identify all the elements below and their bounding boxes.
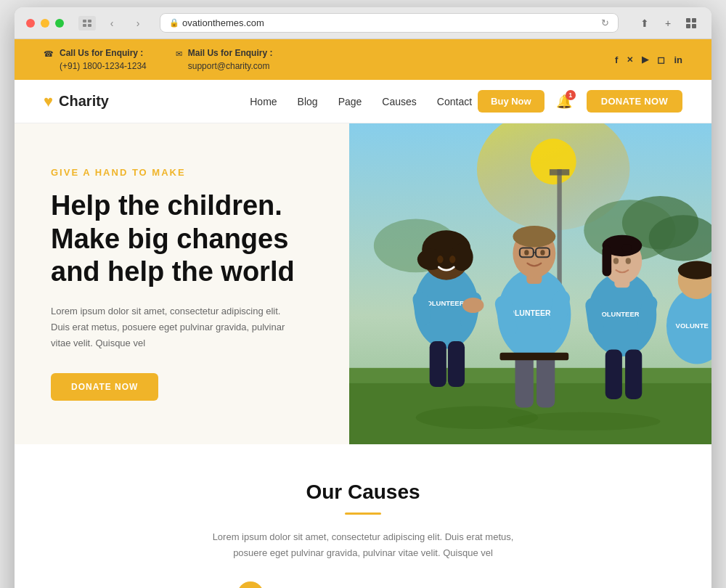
nav-links: Home Blog Page Causes Contact	[250, 95, 472, 108]
nav-item-blog[interactable]: Blog	[298, 95, 318, 108]
svg-text:VOLUNTEER: VOLUNTEER	[597, 310, 640, 318]
hero-content: GIVE A HAND TO MAKE Help the children. M…	[15, 123, 349, 444]
tab-food[interactable]: Food	[441, 584, 489, 588]
svg-rect-5	[692, 18, 696, 23]
grid-button[interactable]	[682, 15, 700, 32]
hero-description: Lorem ipsum dolor sit amet, consectetur …	[51, 303, 298, 351]
causes-tabs: All Medical Education Water Food	[44, 581, 682, 588]
causes-underline	[345, 513, 381, 515]
notification-badge: 1	[566, 90, 576, 100]
svg-rect-30	[448, 341, 465, 387]
address-bar-container: 🔒 ↻	[160, 13, 619, 33]
hero-donate-button[interactable]: DONATE NOW	[51, 373, 158, 401]
svg-point-65	[507, 412, 661, 430]
hero-section: GIVE A HAND TO MAKE Help the children. M…	[15, 123, 711, 444]
svg-rect-52	[622, 244, 632, 252]
svg-rect-51	[602, 245, 611, 276]
buy-now-button[interactable]: Buy Now	[478, 90, 544, 113]
svg-rect-59	[625, 350, 642, 399]
svg-rect-6	[686, 24, 690, 28]
instagram-icon[interactable]: ◻	[657, 54, 665, 65]
svg-point-24	[437, 256, 443, 264]
navbar: ♥ Charity Home Blog Page Causes Contact …	[15, 80, 711, 123]
browser-window: ‹ › 🔒 ↻ ⬆ + ☎ Call	[15, 7, 711, 588]
linkedin-icon[interactable]: in	[674, 54, 682, 65]
window-layout-button[interactable]	[78, 16, 96, 30]
tab-water[interactable]: Water	[390, 584, 441, 588]
maximize-button[interactable]	[55, 19, 64, 28]
svg-point-25	[449, 256, 455, 264]
svg-rect-58	[605, 350, 622, 399]
svg-rect-0	[83, 20, 86, 23]
notification-bell[interactable]: 🔔 1	[556, 94, 572, 110]
hero-title: Help the children. Make big changes and …	[51, 189, 313, 289]
nav-item-home[interactable]: Home	[250, 95, 277, 108]
nav-item-contact[interactable]: Contact	[437, 95, 472, 108]
nav-link-page[interactable]: Page	[338, 96, 362, 107]
mail-address: support@charity.com	[188, 61, 270, 71]
address-bar[interactable]	[182, 17, 601, 28]
forward-button[interactable]: ›	[128, 13, 148, 33]
back-button[interactable]: ‹	[102, 13, 122, 33]
causes-title: Our Causes	[44, 481, 682, 504]
mail-contact: ✉ Mail Us for Enquiry : support@charity.…	[176, 46, 273, 73]
nav-link-home[interactable]: Home	[250, 96, 277, 107]
svg-point-38	[524, 250, 529, 255]
twitter-icon[interactable]: ✕	[627, 55, 633, 65]
phone-contact: ☎ Call Us for Enquiry : (+91) 1800-1234-…	[44, 46, 147, 73]
nav-item-page[interactable]: Page	[338, 95, 362, 108]
browser-titlebar: ‹ › 🔒 ↻ ⬆ +	[15, 7, 711, 39]
browser-navigation: ‹ ›	[78, 13, 148, 33]
svg-point-53	[613, 258, 619, 264]
nav-link-contact[interactable]: Contact	[437, 96, 472, 107]
logo-heart-icon: ♥	[44, 92, 53, 111]
nav-link-blog[interactable]: Blog	[298, 96, 318, 107]
lock-icon: 🔒	[169, 18, 179, 28]
share-button[interactable]: ⬆	[636, 15, 653, 32]
svg-point-54	[625, 258, 630, 264]
mail-icon: ✉	[176, 48, 182, 60]
hero-image: VOLUNTEER	[349, 123, 711, 444]
close-button[interactable]	[26, 19, 35, 28]
phone-icon: ☎	[44, 48, 54, 60]
donate-now-button-nav[interactable]: DONATE NOW	[587, 90, 682, 113]
nav-link-causes[interactable]: Causes	[382, 96, 416, 107]
logo-text: Charity	[59, 93, 109, 110]
tab-all[interactable]: All	[237, 581, 264, 588]
causes-description: Lorem ipsum dolor sit amet, consectetur …	[211, 529, 515, 561]
browser-actions: ⬆ +	[636, 15, 700, 32]
svg-rect-44	[515, 354, 533, 408]
svg-text:VOLUNTE: VOLUNTE	[675, 322, 708, 330]
svg-point-43	[462, 298, 484, 313]
tab-education[interactable]: Education	[322, 584, 391, 588]
phone-number: (+91) 1800-1234-1234	[60, 61, 147, 71]
svg-point-39	[540, 250, 544, 255]
hero-tagline: GIVE A HAND TO MAKE	[51, 167, 313, 178]
logo: ♥ Charity	[44, 92, 109, 111]
new-tab-button[interactable]: +	[659, 15, 677, 32]
nav-item-causes[interactable]: Causes	[382, 95, 416, 108]
minimize-button[interactable]	[41, 19, 49, 28]
svg-rect-3	[88, 24, 91, 27]
svg-point-34	[513, 226, 555, 247]
svg-rect-7	[692, 24, 696, 28]
top-bar: ☎ Call Us for Enquiry : (+91) 1800-1234-…	[15, 39, 711, 80]
youtube-icon[interactable]: ▶	[642, 54, 648, 65]
svg-rect-18	[550, 169, 569, 175]
svg-rect-45	[537, 354, 555, 408]
mail-label: Mail Us for Enquiry :	[188, 48, 273, 58]
svg-point-10	[530, 139, 576, 184]
social-links: f ✕ ▶ ◻ in	[615, 54, 682, 65]
website-content: ☎ Call Us for Enquiry : (+91) 1800-1234-…	[15, 39, 711, 588]
svg-rect-29	[429, 341, 446, 387]
refresh-button[interactable]: ↻	[601, 17, 609, 28]
svg-rect-1	[88, 20, 91, 23]
top-bar-contacts: ☎ Call Us for Enquiry : (+91) 1800-1234-…	[44, 46, 272, 73]
svg-rect-4	[686, 18, 690, 23]
tab-medical[interactable]: Medical	[264, 584, 322, 588]
phone-label: Call Us for Enquiry :	[60, 48, 143, 58]
svg-rect-46	[499, 353, 568, 361]
causes-section: Our Causes Lorem ipsum dolor sit amet, c…	[15, 444, 711, 588]
svg-rect-2	[83, 24, 86, 27]
facebook-icon[interactable]: f	[615, 54, 618, 65]
